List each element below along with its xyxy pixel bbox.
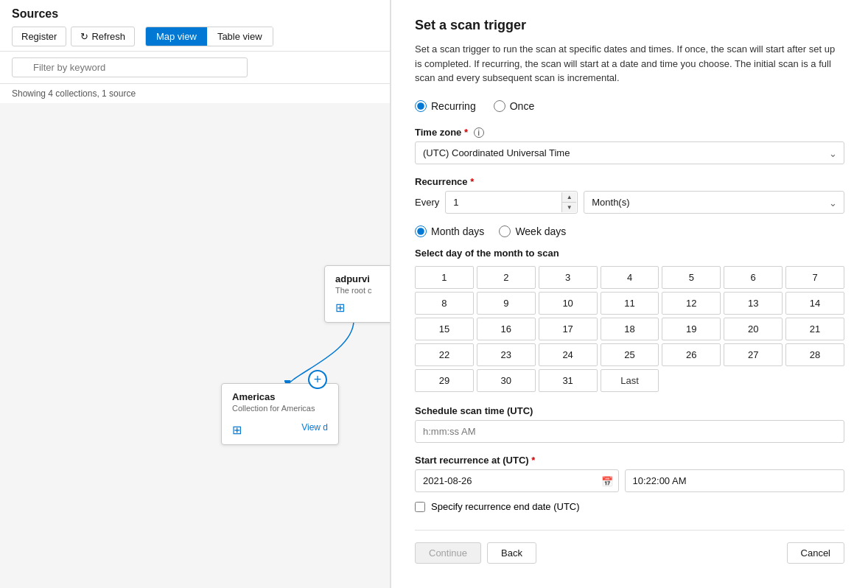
adpur-title: adpurvi — [335, 273, 390, 284]
month-days-label[interactable]: Month days — [415, 225, 484, 237]
recurring-label: Recurring — [431, 100, 476, 112]
every-number-input[interactable] — [445, 191, 578, 214]
map-area: adpurvi The root c ⊞ Americas Collection… — [0, 103, 390, 588]
interval-select-wrapper: Month(s) Week(s) Day(s) ⌄ — [584, 191, 844, 214]
calendar-day-27[interactable]: 27 — [724, 343, 783, 366]
map-view-button[interactable]: Map view — [146, 27, 207, 46]
calendar-day-18[interactable]: 18 — [601, 318, 659, 340]
calendar-day-1[interactable]: 1 — [415, 266, 474, 289]
calendar-day-12[interactable]: 12 — [662, 292, 721, 315]
americas-subtitle: Collection for Americas — [232, 404, 328, 413]
week-days-radio[interactable] — [499, 225, 511, 237]
recurrence-required: * — [470, 176, 474, 187]
recurrence-row: Every ▲ ▼ Month(s) Week(s) Day(s) ⌄ — [415, 191, 844, 214]
timezone-required: * — [464, 127, 468, 138]
calendar-day-21[interactable]: 21 — [785, 318, 844, 340]
filter-wrapper: ⊿ — [12, 57, 248, 77]
view-toggle: Map view Table view — [145, 27, 273, 46]
week-days-text: Week days — [515, 225, 566, 237]
once-label: Once — [510, 100, 534, 112]
scan-time-input[interactable] — [415, 420, 844, 443]
americas-view-details-link[interactable]: View d — [301, 422, 328, 433]
start-recurrence-required: * — [531, 455, 535, 466]
spin-up-button[interactable]: ▲ — [561, 192, 576, 203]
sources-title: Sources — [12, 7, 378, 21]
toolbar: Register ↻ Refresh Map view Table view — [12, 27, 378, 46]
calendar-day-31[interactable]: 31 — [539, 369, 598, 392]
refresh-button[interactable]: ↻ Refresh — [71, 27, 135, 46]
americas-grid-icon: ⊞ — [232, 423, 242, 437]
calendar-day-29[interactable]: 29 — [415, 369, 474, 392]
calendar-day-10[interactable]: 10 — [539, 292, 598, 315]
every-input-wrapper: ▲ ▼ — [445, 191, 578, 214]
timezone-label: Time zone * i — [415, 127, 844, 139]
end-date-label[interactable]: Specify recurrence end date (UTC) — [431, 501, 580, 512]
timezone-info-icon[interactable]: i — [474, 127, 484, 138]
start-time-input[interactable] — [625, 469, 845, 492]
calendar-day-3[interactable]: 3 — [539, 266, 598, 289]
calendar-day-24[interactable]: 24 — [539, 343, 598, 366]
recurrence-label: Recurrence * — [415, 176, 844, 187]
cancel-button[interactable]: Cancel — [787, 542, 844, 564]
calendar-header: Select day of the month to scan — [415, 248, 844, 259]
register-button[interactable]: Register — [12, 27, 66, 46]
week-days-label[interactable]: Week days — [499, 225, 566, 237]
americas-title: Americas — [232, 391, 328, 402]
calendar-day-16[interactable]: 16 — [477, 318, 536, 340]
continue-button[interactable]: Continue — [415, 542, 481, 564]
filter-bar: ⊿ — [0, 52, 390, 84]
panel-description: Set a scan trigger to run the scan at sp… — [415, 42, 844, 85]
calendar-day-8[interactable]: 8 — [415, 292, 474, 315]
once-radio[interactable] — [494, 100, 505, 112]
footer-buttons: Continue Back Cancel — [415, 530, 844, 564]
calendar-day-30[interactable]: 30 — [477, 369, 536, 392]
calendar-day-13[interactable]: 13 — [724, 292, 783, 315]
showing-count: Showing 4 collections, 1 source — [0, 84, 390, 103]
adpur-node: adpurvi The root c ⊞ — [324, 265, 390, 323]
right-panel: Set a scan trigger Set a scan trigger to… — [391, 0, 868, 588]
once-radio-label[interactable]: Once — [494, 100, 534, 112]
calendar-day-15[interactable]: 15 — [415, 318, 474, 340]
calendar-day-last[interactable]: Last — [601, 369, 659, 392]
recurring-radio[interactable] — [415, 100, 427, 112]
month-days-radio[interactable] — [415, 225, 427, 237]
adpur-grid-icon: ⊞ — [335, 301, 390, 315]
calendar-day-5[interactable]: 5 — [662, 266, 721, 289]
month-days-text: Month days — [431, 225, 484, 237]
calendar-day-4[interactable]: 4 — [601, 266, 659, 289]
calendar-day-23[interactable]: 23 — [477, 343, 536, 366]
end-date-row: Specify recurrence end date (UTC) — [415, 501, 844, 512]
timezone-wrapper: (UTC) Coordinated Universal Time ⌄ — [415, 141, 844, 164]
calendar-day-6[interactable]: 6 — [724, 266, 783, 289]
search-input[interactable] — [12, 57, 248, 77]
interval-select[interactable]: Month(s) Week(s) Day(s) — [584, 191, 844, 214]
table-view-button[interactable]: Table view — [207, 27, 273, 46]
calendar-icon[interactable]: 📅 — [601, 475, 613, 486]
calendar-day-28[interactable]: 28 — [785, 343, 844, 366]
calendar-day-20[interactable]: 20 — [724, 318, 783, 340]
calendar-day-26[interactable]: 26 — [662, 343, 721, 366]
back-button[interactable]: Back — [487, 542, 536, 564]
footer-left-buttons: Continue Back — [415, 542, 536, 564]
calendar-day-22[interactable]: 22 — [415, 343, 474, 366]
calendar-day-11[interactable]: 11 — [601, 292, 659, 315]
scan-time-label: Schedule scan time (UTC) — [415, 405, 844, 416]
calendar-day-7[interactable]: 7 — [785, 266, 844, 289]
calendar-day-14[interactable]: 14 — [785, 292, 844, 315]
start-date-wrapper: 📅 — [415, 469, 619, 492]
spin-buttons: ▲ ▼ — [561, 192, 576, 212]
calendar-day-25[interactable]: 25 — [601, 343, 659, 366]
recurring-radio-label[interactable]: Recurring — [415, 100, 476, 112]
left-panel: Sources Register ↻ Refresh Map view Tabl… — [0, 0, 391, 588]
end-date-checkbox[interactable] — [415, 502, 425, 512]
calendar-day-19[interactable]: 19 — [662, 318, 721, 340]
calendar-day-9[interactable]: 9 — [477, 292, 536, 315]
trigger-type-group: Recurring Once — [415, 100, 844, 112]
start-date-input[interactable] — [415, 469, 619, 492]
calendar-day-2[interactable]: 2 — [477, 266, 536, 289]
add-collection-button[interactable]: + — [308, 370, 327, 389]
americas-node: Americas Collection for Americas ⊞ View … — [221, 383, 339, 445]
spin-down-button[interactable]: ▼ — [561, 203, 576, 212]
timezone-select[interactable]: (UTC) Coordinated Universal Time — [415, 141, 844, 164]
calendar-day-17[interactable]: 17 — [539, 318, 598, 340]
